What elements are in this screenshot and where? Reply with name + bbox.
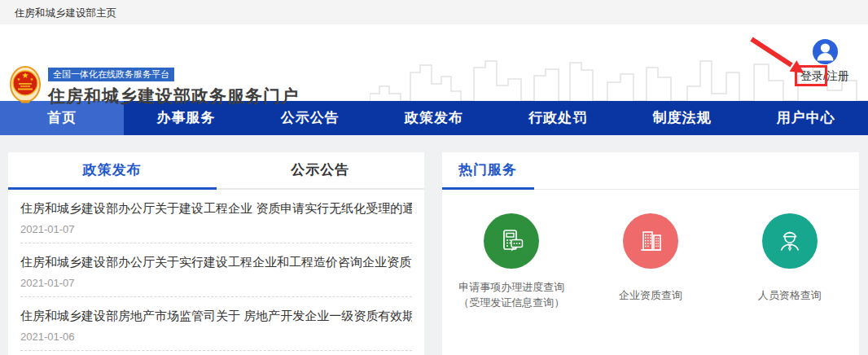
service-enterprise-qualification-query[interactable]: 企业资质查询 xyxy=(581,213,721,311)
news-date: 2021-01-07 xyxy=(20,223,412,235)
service-circle xyxy=(623,213,678,269)
services-row: 申请事项办理进度查询 （受理发证信息查询） xyxy=(442,213,859,311)
news-date: 2021-01-06 xyxy=(20,331,412,343)
nav-item-regulations[interactable]: 制度法规 xyxy=(620,101,743,135)
news-tabs: 政策发布 公示公告 xyxy=(8,152,424,190)
hot-services-panel: 热门服务 xyxy=(442,152,859,355)
tab-policy-release[interactable]: 政策发布 xyxy=(8,152,217,190)
main-content: 政策发布 公示公告 住房和城乡建设部办公厅关于建设工程企业 资质申请实行无纸化受… xyxy=(8,152,859,355)
service-progress-query[interactable]: 申请事项办理进度查询 （受理发证信息查询） xyxy=(442,213,581,311)
login-register-row: 登录/注册 xyxy=(796,69,853,84)
calculator-chat-icon xyxy=(497,226,526,256)
user-avatar-icon[interactable] xyxy=(812,38,839,65)
nav-item-policies[interactable]: 政策发布 xyxy=(372,101,496,135)
svg-text:★: ★ xyxy=(22,71,29,80)
city-skyline-graphic xyxy=(370,46,868,101)
ministry-home-link[interactable]: 住房和城乡建设部主页 xyxy=(15,7,116,19)
nav-item-user-center[interactable]: 用户中心 xyxy=(744,101,868,135)
news-item: 住房和城乡建设部房地产市场监管司关于 房地产开发企业一级资质有效期... 202… xyxy=(20,297,412,351)
news-title-link[interactable]: 住房和城乡建设部办公厅关于建设工程企业 资质申请实行无纸化受理的通知 xyxy=(20,200,412,217)
portal-title: 住房和城乡建设部政务服务门户 xyxy=(48,85,299,107)
brand-block: ★ ★ ★ 全国一体化在线政务服务平台 住房和城乡建设部政务服务门户 xyxy=(10,66,299,107)
service-label: 人员资格查询 xyxy=(720,278,859,311)
register-button[interactable]: 注册 xyxy=(826,69,849,82)
news-list: 住房和城乡建设部办公厅关于建设工程企业 资质申请实行无纸化受理的通知 2021-… xyxy=(8,190,424,351)
service-circle xyxy=(762,213,818,269)
nav-item-penalties[interactable]: 行政处罚 xyxy=(496,101,620,135)
user-area: 登录/注册 xyxy=(796,38,853,84)
top-utility-bar: 住房和城乡建设部主页 xyxy=(0,0,868,24)
news-title-link[interactable]: 住房和城乡建设部办公厅关于实行建设工程企业和工程造价咨询企业资质... xyxy=(20,254,412,270)
service-label: 企业资质查询 xyxy=(581,278,721,311)
national-emblem-icon: ★ ★ ★ xyxy=(10,66,41,105)
news-item: 住房和城乡建设部办公厅关于建设工程企业 资质申请实行无纸化受理的通知 2021-… xyxy=(20,190,412,243)
service-circle xyxy=(484,213,539,269)
buildings-icon xyxy=(636,226,665,256)
news-title-link[interactable]: 住房和城乡建设部房地产市场监管司关于 房地产开发企业一级资质有效期... xyxy=(20,308,412,324)
service-personnel-qualification-query[interactable]: 人员资格查询 xyxy=(720,213,859,311)
news-panel: 政策发布 公示公告 住房和城乡建设部办公厅关于建设工程企业 资质申请实行无纸化受… xyxy=(8,152,424,355)
login-button[interactable]: 登录 xyxy=(800,69,823,82)
news-date: 2021-01-07 xyxy=(20,277,412,289)
tab-public-announcements[interactable]: 公示公告 xyxy=(217,152,425,190)
news-item: 住房和城乡建设部办公厅关于实行建设工程企业和工程造价咨询企业资质... 2021… xyxy=(20,243,412,297)
svg-text:★: ★ xyxy=(17,77,21,81)
worker-helmet-icon xyxy=(775,226,804,256)
service-label: 申请事项办理进度查询 （受理发证信息查询） xyxy=(442,278,581,311)
hot-services-title: 热门服务 xyxy=(442,152,859,190)
header: ★ ★ ★ 全国一体化在线政务服务平台 住房和城乡建设部政务服务门户 登录/注册 xyxy=(0,24,868,101)
svg-text:★: ★ xyxy=(30,77,34,81)
portal-page: 住房和城乡建设部主页 ★ ★ ★ 全国一体化在线政务服务平台 住房和城乡建设部政… xyxy=(0,0,868,355)
platform-badge: 全国一体化在线政务服务平台 xyxy=(48,68,174,81)
